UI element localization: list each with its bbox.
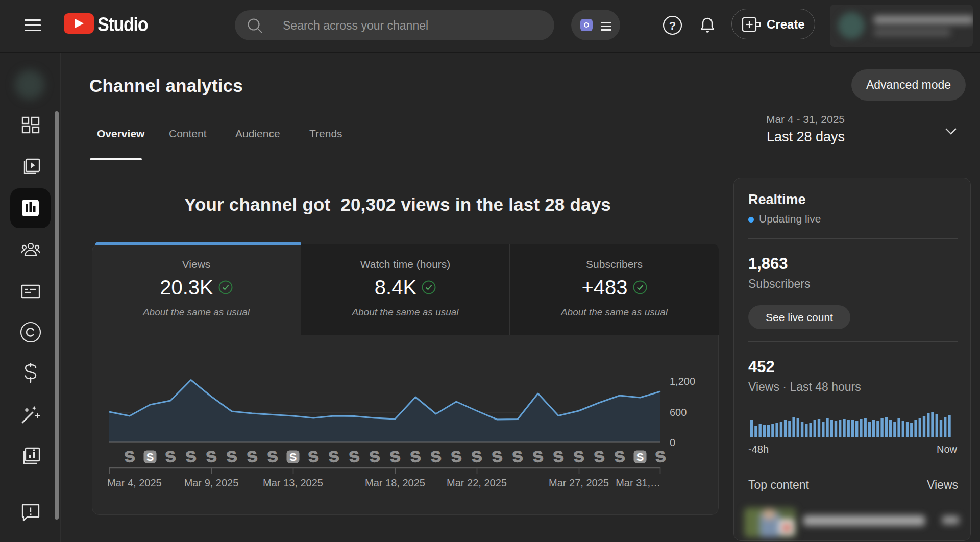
svg-text:?: ?: [669, 19, 676, 32]
